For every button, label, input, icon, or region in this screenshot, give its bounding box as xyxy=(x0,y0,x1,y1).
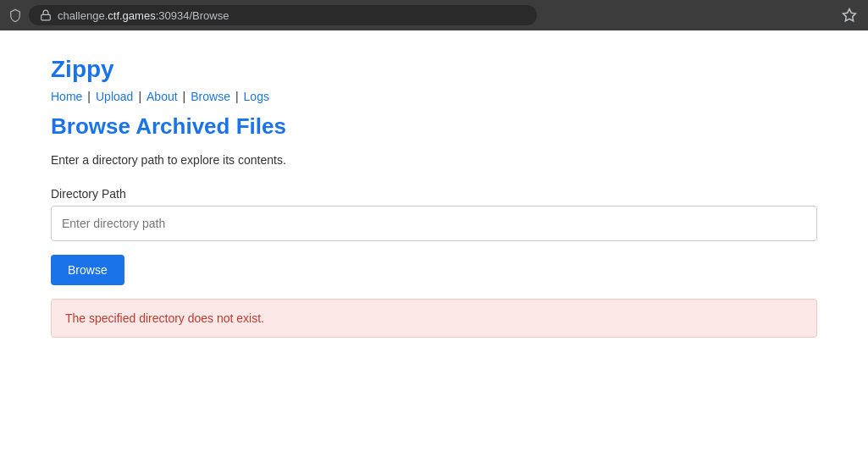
error-message-box: The specified directory does not exist. xyxy=(51,299,817,338)
svg-rect-0 xyxy=(41,14,51,19)
page-content: Zippy Home | Upload | About | Browse | L… xyxy=(0,30,868,468)
nav-sep-2: | xyxy=(138,90,141,103)
nav-sep-3: | xyxy=(183,90,186,103)
nav-home[interactable]: Home xyxy=(51,90,82,103)
page-description: Enter a directory path to explore its co… xyxy=(51,153,817,167)
directory-path-label: Directory Path xyxy=(51,187,817,201)
nav-about[interactable]: About xyxy=(147,90,178,103)
nav-links: Home | Upload | About | Browse | Logs xyxy=(51,90,817,103)
bookmark-star-icon[interactable] xyxy=(838,3,861,27)
nav-browse[interactable]: Browse xyxy=(191,90,230,103)
nav-logs[interactable]: Logs xyxy=(244,90,269,103)
browse-button[interactable]: Browse xyxy=(51,255,124,285)
url-bar[interactable]: challenge.ctf.games:30934/Browse xyxy=(29,5,537,25)
nav-sep-4: | xyxy=(235,90,239,103)
url-text: challenge.ctf.games:30934/Browse xyxy=(58,9,229,22)
browser-chrome: challenge.ctf.games:30934/Browse xyxy=(0,0,868,30)
page-heading: Browse Archived Files xyxy=(51,113,817,140)
shield-icon xyxy=(7,7,24,24)
browser-bar-left: challenge.ctf.games:30934/Browse xyxy=(7,5,831,25)
nav-upload[interactable]: Upload xyxy=(96,90,133,103)
nav-sep-1: | xyxy=(87,90,91,103)
app-title[interactable]: Zippy xyxy=(51,56,817,83)
directory-path-input[interactable] xyxy=(51,206,817,241)
lock-icon xyxy=(39,8,53,22)
svg-marker-1 xyxy=(843,9,856,21)
error-message-text: The specified directory does not exist. xyxy=(65,311,264,325)
